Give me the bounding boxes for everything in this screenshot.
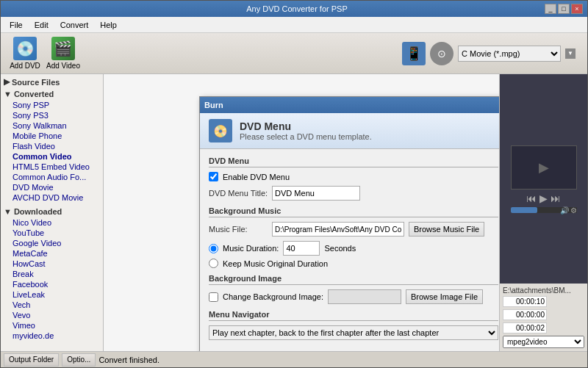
sidebar-item-liveleak[interactable]: LiveLeak [1,289,103,300]
browse-image-button[interactable]: Browse Image File [406,289,483,304]
right-panel: ▶ ⏮ ▶ ⏭ 🔊 ⚙ E:\attachments\BM... 00:0 [499,74,587,351]
add-dvd-button[interactable]: 💿 Add DVD [7,35,43,71]
modal-header-icon: 📀 [209,119,232,142]
music-duration-input[interactable] [283,241,320,256]
source-files-section: ▶ Source Files ▼ Converted Sony PSP Sony… [1,74,103,204]
music-duration-radio[interactable] [209,244,218,253]
sidebar-item-metacafe[interactable]: MetaCafe [1,248,103,259]
modal-title: Burn [204,101,223,109]
modal-header-subtitle: Please select a DVD menu template. [240,132,372,141]
sidebar-item-html5-embed[interactable]: HTML5 Embed Video [1,162,103,172]
downloaded-section: ▼ Downloaded Nico Video YouTube Google V… [1,204,103,342]
source-files-label: Source Files [12,78,60,87]
menu-file[interactable]: File [4,19,29,31]
sidebar-item-avchd[interactable]: AVCHD DVD Movie [1,192,103,203]
sidebar-item-vimeo[interactable]: Vimeo [1,320,103,331]
sidebar-item-howcast[interactable]: HowCast [1,259,103,269]
output-folder-button[interactable]: Output Folder [4,353,59,367]
bg-image-input[interactable] [328,289,401,304]
sidebar-item-vech[interactable]: Vech [1,300,103,310]
downloaded-header[interactable]: ▼ Downloaded [1,206,103,217]
sidebar-item-sony-ps3[interactable]: Sony PS3 [1,110,103,120]
change-bg-label: Change Background Image: [223,292,323,301]
source-files-header[interactable]: ▶ Source Files [1,76,103,88]
sidebar-item-facebook[interactable]: Facebook [1,279,103,289]
right-panel-info-area: E:\attachments\BM... 00:00:10 00:00:00 0… [500,284,587,351]
sidebar-item-youtube[interactable]: YouTube [1,228,103,238]
modal-header: 📀 DVD Menu Please select a DVD menu temp… [200,113,499,149]
add-video-button[interactable]: 🎬 Add Video [43,35,83,71]
content-area: Burn × 📀 DVD Menu Please select a DVD me… [104,74,499,351]
dvd-menu-section-title: DVD Menu [209,156,498,167]
converted-expand-icon: ▼ [4,90,12,98]
downloaded-expand-icon: ▼ [4,207,12,216]
options-button[interactable]: Optio... [62,353,96,367]
format-dropdown[interactable]: C Movie (*.mpg) [458,46,561,62]
sidebar-item-sony-walkman[interactable]: Sony Walkman [1,120,103,131]
sidebar-item-break[interactable]: Break [1,269,103,279]
music-duration-label: Music Duration: [223,244,279,253]
enable-dvd-menu-label: Enable DVD Menu [223,173,290,181]
converted-label: Converted [14,90,54,98]
title-bar: Any DVD Converter for PSP _ □ × [1,1,587,17]
dvd-menu-title-row: DVD Menu Title: [209,186,498,201]
enable-dvd-menu-checkbox[interactable] [209,172,218,181]
minimize-button[interactable]: _ [545,4,556,14]
maximize-button[interactable]: □ [558,4,570,14]
volume-controls: 🔊 ⚙ [560,206,577,214]
sidebar-item-vevo[interactable]: Vevo [1,310,103,320]
modal-header-title: DVD Menu [240,120,372,132]
sidebar-item-dvd-movie[interactable]: DVD Movie [1,182,103,192]
menu-convert[interactable]: Convert [54,19,95,31]
burn-modal: Burn × 📀 DVD Menu Please select a DVD me… [199,96,499,351]
dvd-menu-title-label: DVD Menu Title: [209,189,268,198]
sidebar-item-google-video[interactable]: Google Video [1,238,103,248]
sidebar-item-common-video[interactable]: Common Video [1,151,103,162]
menu-bar: File Edit Convert Help [1,17,587,33]
file-path-label: E:\attachments\BM... [503,286,584,295]
sidebar-item-mobile-phone[interactable]: Mobile Phone [1,131,103,141]
keep-music-radio[interactable] [209,259,218,268]
progress-bar[interactable]: 🔊 ⚙ [511,207,577,213]
change-bg-checkbox[interactable] [209,292,218,302]
sidebar-item-sony-psp[interactable]: Sony PSP [1,100,103,110]
keep-music-row: Keep Music Original Duration [209,259,498,268]
modal-columns: DVD Menu Enable DVD Menu DVD Menu Title:… [209,156,499,350]
video-icon: 🎬 [51,37,75,60]
preview-icon: ▶ [539,159,549,176]
dvd-menu-title-input[interactable] [272,186,360,201]
status-bar: Output Folder Optio... Convert finished. [1,351,587,367]
play-icon[interactable]: ▶ [539,192,548,204]
music-file-label: Music File: [209,225,268,234]
downloaded-label: Downloaded [14,207,62,216]
close-button[interactable]: × [571,4,583,14]
add-dvd-label: Add DVD [10,62,40,70]
menu-edit[interactable]: Edit [29,19,54,31]
bg-music-section-title: Background Music [209,206,498,217]
sidebar-item-common-audio[interactable]: Common Audio Fo... [1,172,103,182]
sidebar-item-nico-video[interactable]: Nico Video [1,217,103,228]
dropdown-arrow-icon: ▼ [565,48,576,59]
codec-select[interactable]: mpeg2video [503,336,584,348]
menu-help[interactable]: Help [94,19,123,31]
app-window: Any DVD Converter for PSP _ □ × File Edi… [0,0,588,368]
browse-music-button[interactable]: Browse Music File [409,222,484,237]
seconds-label: Seconds [324,244,356,253]
navigator-select[interactable]: Play next chapter, back to the first cha… [209,325,498,340]
format-selector: 📱 ⊙ C Movie (*.mpg) ▼ [402,42,576,65]
volume-icon[interactable]: 🔊 [560,206,569,214]
music-duration-row: Music Duration: Seconds [209,241,498,256]
time-entry-1: 00:00:10 [503,296,547,307]
bg-image-section-title: Background Image [209,274,498,285]
modal-titlebar: Burn × [200,97,499,113]
sidebar-item-flash-video[interactable]: Flash Video [1,141,103,151]
music-file-input[interactable] [272,222,404,237]
sidebar-item-myvideo[interactable]: myvideo.de [1,331,103,341]
converted-header[interactable]: ▼ Converted [1,88,103,100]
navigator-row: Play next chapter, back to the first cha… [209,325,498,340]
fast-forward-icon[interactable]: ⏭ [551,192,561,204]
settings-icon[interactable]: ⚙ [570,206,577,214]
disc-icon: ⊙ [430,42,453,65]
status-text: Convert finished. [98,356,159,364]
rewind-icon[interactable]: ⏮ [526,192,537,204]
